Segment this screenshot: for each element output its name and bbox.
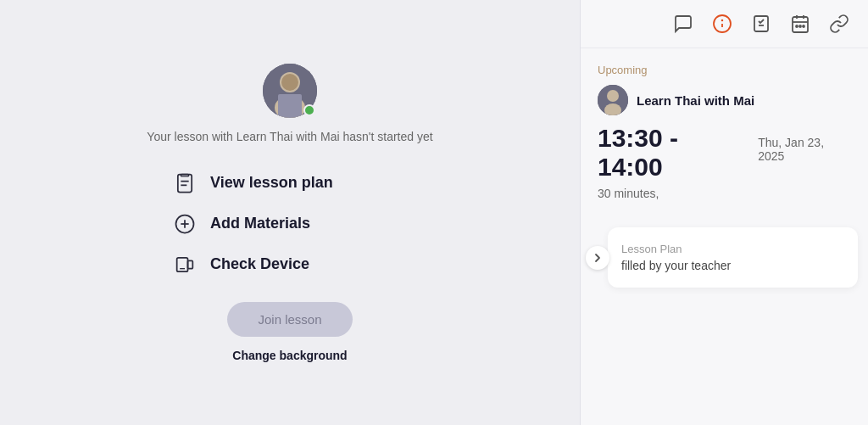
right-toolbar <box>581 0 868 48</box>
calendar-icon[interactable] <box>788 12 812 36</box>
status-indicator <box>303 104 315 116</box>
upcoming-label: Upcoming <box>598 64 851 76</box>
lesson-duration: 30 minutes, <box>598 187 851 200</box>
upcoming-section: Upcoming Learn Thai with Mai 13:30 - 14:… <box>581 48 868 214</box>
add-materials-item[interactable]: Add Materials <box>171 210 409 238</box>
svg-point-25 <box>803 25 804 27</box>
svg-rect-12 <box>188 260 193 268</box>
change-background-link[interactable]: Change background <box>232 349 347 362</box>
info-icon[interactable] <box>710 12 734 36</box>
lesson-plan-desc: filled by your teacher <box>621 259 731 272</box>
svg-rect-19 <box>793 17 808 32</box>
view-lesson-plan-label: View lesson plan <box>210 174 333 192</box>
avatar-container <box>263 64 317 118</box>
view-lesson-plan-item[interactable]: View lesson plan <box>171 170 409 197</box>
svg-rect-11 <box>177 257 188 271</box>
svg-point-23 <box>796 25 798 27</box>
lesson-date: Thu, Jan 23, 2025 <box>758 136 851 163</box>
teacher-name: Learn Thai with Mai <box>637 93 754 108</box>
action-menu: View lesson plan Add Materials <box>171 170 409 278</box>
chat-icon[interactable] <box>671 12 695 36</box>
svg-rect-5 <box>178 174 192 192</box>
clipboard-icon <box>171 170 198 197</box>
lesson-plan-card[interactable]: Lesson Plan filled by your teacher <box>608 227 858 288</box>
checklist-icon[interactable] <box>749 12 773 36</box>
svg-rect-4 <box>278 94 302 118</box>
teacher-row: Learn Thai with Mai <box>598 85 851 115</box>
time-row: 13:30 - 14:00 Thu, Jan 23, 2025 <box>598 124 851 182</box>
expand-chevron[interactable] <box>586 246 609 270</box>
join-lesson-button[interactable]: Join lesson <box>227 302 352 337</box>
device-icon <box>171 251 198 278</box>
svg-point-3 <box>281 74 298 91</box>
svg-point-24 <box>799 25 801 27</box>
lesson-plan-wrapper: Lesson Plan filled by your teacher <box>598 221 868 294</box>
add-materials-label: Add Materials <box>210 215 310 232</box>
right-panel: Upcoming Learn Thai with Mai 13:30 - 14:… <box>580 0 868 425</box>
svg-point-27 <box>607 90 619 102</box>
lesson-time: 13:30 - 14:00 <box>598 124 746 182</box>
svg-rect-17 <box>754 16 768 31</box>
lesson-plan-content: Lesson Plan filled by your teacher <box>621 243 731 272</box>
left-panel: Your lesson with Learn Thai with Mai has… <box>0 0 580 425</box>
lesson-plan-title: Lesson Plan <box>621 243 731 255</box>
plus-circle-icon <box>171 210 198 238</box>
link-icon[interactable] <box>827 12 851 36</box>
check-device-label: Check Device <box>210 255 309 273</box>
lesson-subtitle: Your lesson with Learn Thai with Mai has… <box>147 128 432 146</box>
check-device-item[interactable]: Check Device <box>171 251 409 278</box>
teacher-avatar-small <box>598 85 628 115</box>
